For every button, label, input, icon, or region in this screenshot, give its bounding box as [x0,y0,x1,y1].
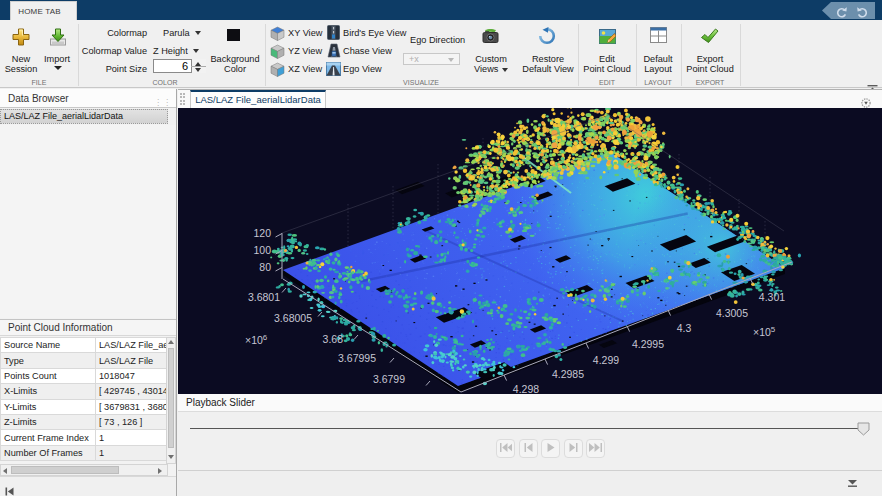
svg-text:3.68005: 3.68005 [274,312,312,324]
svg-text:4.298: 4.298 [513,383,539,394]
svg-text:4.3005: 4.3005 [716,307,748,319]
svg-text:3.6799: 3.6799 [373,373,405,385]
svg-text:100: 100 [253,244,271,256]
svg-text:120: 120 [253,227,271,239]
svg-text:3.6801: 3.6801 [248,291,280,303]
svg-text:3.67995: 3.67995 [338,352,376,364]
svg-text:80: 80 [259,261,271,273]
svg-text:4.2985: 4.2985 [552,368,584,380]
svg-text:4.3: 4.3 [677,322,692,334]
svg-text:3.68: 3.68 [323,333,344,345]
svg-text:4.2995: 4.2995 [632,338,664,350]
svg-text:4.301: 4.301 [759,291,785,303]
svg-text:4.299: 4.299 [593,354,619,366]
